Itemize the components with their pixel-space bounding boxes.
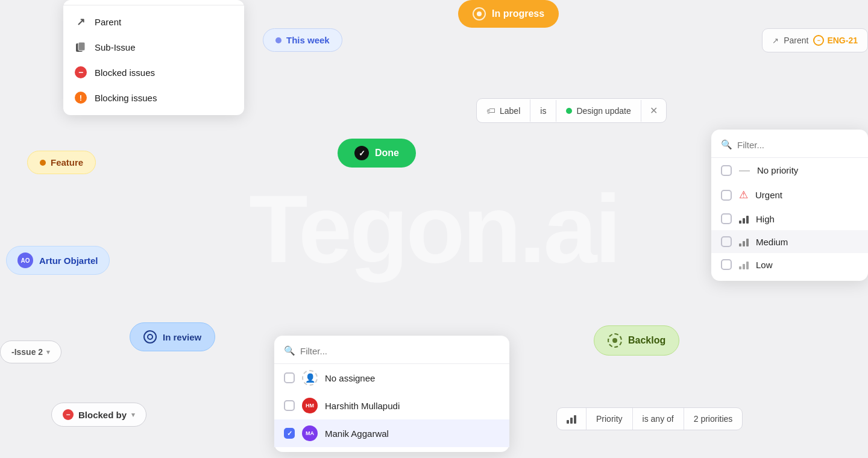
assignee-search-input[interactable] <box>300 346 500 356</box>
priority-filter-bar[interactable]: Priority is any of 2 priorities <box>556 407 743 430</box>
priority-urgent-option[interactable]: ⚠ Urgent <box>711 183 868 207</box>
label-filter-close-button[interactable]: ✕ <box>641 99 666 122</box>
no-assignee-label: No assignee <box>325 373 375 383</box>
harshith-label: Harshith Mullapudi <box>325 401 400 411</box>
arrow-up-right-icon: ↗ <box>74 15 87 28</box>
assignee-no-assignee-option[interactable]: 👤 No assignee <box>274 364 509 392</box>
low-checkbox[interactable] <box>721 259 732 270</box>
blocking-icon: ! <box>74 91 87 104</box>
label-filter-condition-segment: is <box>530 100 556 122</box>
low-priority-label: Low <box>756 260 773 270</box>
blocked-by-chevron-icon: ▾ <box>131 411 135 419</box>
no-assignee-icon: 👤 <box>302 370 318 386</box>
this-week-label: This week <box>286 35 330 45</box>
done-pill[interactable]: ✓ Done <box>338 139 416 168</box>
backlog-icon <box>608 333 622 348</box>
urgent-icon: ⚠ <box>739 189 748 201</box>
artur-label: Artur Objartel <box>39 256 98 266</box>
priority-filter-condition: is any of <box>643 414 674 424</box>
priority-filter-value-segment[interactable]: 2 priorities <box>684 408 743 430</box>
blocked-by-icon: − <box>63 409 74 420</box>
done-label: Done <box>375 148 399 158</box>
high-priority-label: High <box>756 214 775 224</box>
feature-dot <box>40 160 46 166</box>
priority-filter-condition-segment: is any of <box>633 408 684 430</box>
medium-priority-label: Medium <box>756 237 788 247</box>
priority-filter-label-segment: Priority <box>587 408 633 430</box>
assignee-search-icon: 🔍 <box>284 345 295 356</box>
backlog-label: Backlog <box>628 335 665 346</box>
label-filter-value-segment[interactable]: Design update <box>556 100 641 122</box>
tag-icon: 🏷 <box>486 105 495 116</box>
assignee-filter-dropdown: 🔍 👤 No assignee HM Harshith Mullapudi MA… <box>274 336 509 452</box>
svg-rect-1 <box>78 42 85 51</box>
label-filter-condition: is <box>540 106 546 116</box>
feature-pill[interactable]: Feature <box>27 151 96 174</box>
harshith-checkbox[interactable] <box>284 400 295 411</box>
medium-checkbox[interactable] <box>721 236 732 247</box>
low-priority-icon <box>739 260 749 269</box>
this-week-dot <box>275 37 281 43</box>
high-priority-icon <box>739 214 749 224</box>
inprogress-icon <box>473 7 486 20</box>
priority-medium-option[interactable]: Medium <box>711 230 868 253</box>
assignee-harshith-option[interactable]: HM Harshith Mullapudi <box>274 392 509 419</box>
watermark: Tegon.ai <box>249 174 619 284</box>
artur-avatar: AO <box>17 253 33 268</box>
label-filter-label: Label <box>500 106 520 116</box>
manik-checkbox[interactable] <box>284 428 295 439</box>
harshith-avatar: HM <box>302 398 318 413</box>
priority-icon <box>567 414 576 424</box>
high-checkbox[interactable] <box>721 213 732 224</box>
medium-priority-icon <box>739 237 749 246</box>
menu-item-sub-issue-label: Sub-Issue <box>95 42 136 52</box>
menu-item-blocked-issues[interactable]: − Blocked issues <box>63 60 244 85</box>
inreview-icon <box>143 330 157 344</box>
eng-icon: − <box>813 35 824 46</box>
design-update-dot <box>566 108 572 114</box>
priority-search-input[interactable] <box>737 140 858 150</box>
priority-filter-dropdown: 🔍 — No priority ⚠ Urgent High Medium <box>711 130 868 281</box>
menu-item-sub-issue[interactable]: Sub-Issue <box>63 34 244 60</box>
parent-arrow-icon: ↗ <box>772 36 779 45</box>
assignee-manik-option[interactable]: MA Manik Aggarwal <box>274 419 509 447</box>
sub-issue-icon <box>74 40 87 54</box>
no-assignee-checkbox[interactable] <box>284 372 295 383</box>
priority-filter-label: Priority <box>596 414 623 424</box>
priority-low-option[interactable]: Low <box>711 253 868 276</box>
label-filter-value: Design update <box>576 106 631 116</box>
assignee-search-bar: 🔍 <box>274 343 509 364</box>
inreview-pill[interactable]: In review <box>130 322 215 351</box>
parent-label: Parent <box>784 36 808 45</box>
menu-item-blocking-issues[interactable]: ! Blocking issues <box>63 85 244 110</box>
priority-search-bar: 🔍 <box>711 137 868 158</box>
label-filter-bar[interactable]: 🏷 Label is Design update ✕ <box>476 98 667 123</box>
priority-high-option[interactable]: High <box>711 207 868 230</box>
blocked-by-label: Blocked by <box>78 410 127 420</box>
urgent-label: Urgent <box>755 190 782 200</box>
blocked-by-pill[interactable]: − Blocked by ▾ <box>51 403 146 427</box>
priority-search-icon: 🔍 <box>721 139 732 150</box>
menu-item-parent[interactable]: ↗ Parent <box>63 9 244 34</box>
menu-item-blocking-label: Blocking issues <box>95 93 157 103</box>
priority-filter-value: 2 priorities <box>694 414 733 424</box>
eng-label: ENG-21 <box>827 36 858 45</box>
label-filter-label-segment: 🏷 Label <box>477 99 530 122</box>
subissue-pill[interactable]: -Issue 2 ▾ <box>0 340 61 363</box>
status-inprogress-label: In progress <box>492 8 544 19</box>
no-priority-checkbox[interactable] <box>721 165 732 176</box>
chevron-down-icon: ▾ <box>46 348 50 356</box>
this-week-pill[interactable]: This week <box>263 28 342 52</box>
subissue-label: -Issue 2 <box>11 347 43 357</box>
backlog-pill[interactable]: Backlog <box>594 325 679 356</box>
status-inprogress-pill[interactable]: In progress <box>458 0 559 28</box>
no-priority-label: No priority <box>757 165 798 175</box>
no-priority-icon: — <box>739 164 750 177</box>
menu-item-parent-label: Parent <box>95 17 121 27</box>
priority-no-priority-option[interactable]: — No priority <box>711 158 868 183</box>
manik-label: Manik Aggarwal <box>325 428 389 439</box>
parent-breadcrumb[interactable]: ↗ Parent − ENG-21 <box>762 28 868 52</box>
urgent-checkbox[interactable] <box>721 190 732 201</box>
artur-pill[interactable]: AO Artur Objartel <box>6 246 110 275</box>
feature-label: Feature <box>51 157 83 168</box>
